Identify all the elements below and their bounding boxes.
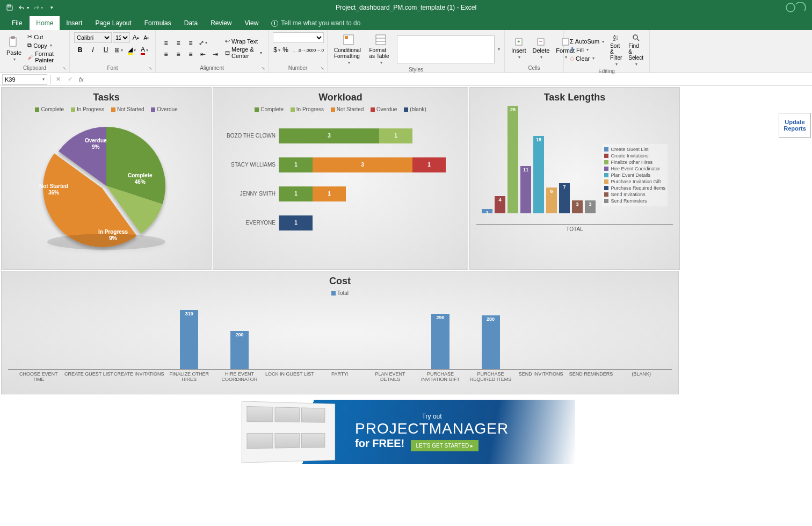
- banner-cta-button[interactable]: LET'S GET STARTED ▸: [411, 440, 479, 451]
- pie-chart: Complete46% In Progress9% Not Started36%…: [26, 116, 187, 256]
- font-size-select[interactable]: 12: [113, 32, 130, 43]
- format-painter-button[interactable]: 🖌Format Painter: [26, 50, 65, 64]
- align-top-button[interactable]: ≡: [160, 38, 172, 48]
- fill-button[interactable]: ⬇Fill▾: [568, 46, 606, 54]
- group-label: Font: [74, 64, 151, 71]
- enter-formula-icon[interactable]: ✓: [64, 74, 76, 85]
- promo-banner[interactable]: Try out PROJECTMANAGER for FREE! LET'S G…: [237, 400, 575, 464]
- scissors-icon: ✂: [27, 33, 32, 40]
- svg-rect-5: [376, 35, 386, 45]
- formula-input[interactable]: [87, 74, 812, 85]
- font-color-button[interactable]: A▾: [139, 45, 150, 55]
- conditional-formatting-button[interactable]: Conditional Formatting▾: [332, 32, 365, 66]
- eraser-icon: ◇: [570, 55, 574, 62]
- wrap-text-button[interactable]: ↩Wrap Text: [223, 37, 264, 45]
- tab-file[interactable]: File: [4, 16, 30, 30]
- tab-home[interactable]: Home: [30, 16, 60, 30]
- cut-button[interactable]: ✂Cut: [26, 33, 65, 41]
- launcher-icon[interactable]: ⤡: [63, 66, 68, 71]
- chart-title: Tasks: [8, 92, 205, 103]
- svg-rect-4: [345, 36, 348, 39]
- delete-cells-button[interactable]: −Delete▾: [531, 37, 552, 61]
- decrease-indent-button[interactable]: ⇤: [197, 49, 209, 60]
- increase-indent-button[interactable]: ⇥: [209, 49, 221, 60]
- number-format-select[interactable]: [273, 32, 324, 43]
- format-as-table-button[interactable]: Format as Table▾: [367, 32, 395, 66]
- cell-styles-gallery[interactable]: [397, 35, 495, 63]
- group-label: Cells: [509, 64, 559, 71]
- grow-font-button[interactable]: A▴: [131, 32, 140, 43]
- insert-cells-button[interactable]: +Insert▾: [509, 37, 528, 61]
- workload-panel: Workload Complete In Progress Not Starte…: [213, 87, 468, 270]
- launcher-icon[interactable]: ⤡: [321, 66, 326, 71]
- copy-button[interactable]: ⧉Copy▾: [26, 41, 65, 49]
- x-axis-label: TOTAL: [476, 226, 673, 232]
- dashboard-area: Update Reports Tasks Complete In Progres…: [0, 86, 812, 494]
- clear-button[interactable]: ◇Clear▾: [568, 54, 606, 62]
- tab-insert[interactable]: Insert: [60, 16, 89, 30]
- tell-me-search[interactable]: Tell me what you want to do: [265, 16, 367, 30]
- find-select-button[interactable]: Find & Select▾: [626, 32, 646, 68]
- align-bottom-button[interactable]: ≡: [185, 38, 197, 48]
- align-center-button[interactable]: ≡: [172, 49, 184, 60]
- banner-dashboard-mock: [242, 401, 335, 463]
- help-icon[interactable]: [785, 2, 807, 15]
- underline-button[interactable]: U: [100, 45, 112, 55]
- save-icon[interactable]: [4, 2, 15, 13]
- font-name-select[interactable]: Calibri: [74, 32, 112, 43]
- chart-legend: Create Guest ListCreate InvitationsFinal…: [602, 144, 668, 206]
- increase-decimal-button[interactable]: .0→.00: [299, 45, 310, 55]
- chart-legend: Complete In Progress Not Started Overdue: [8, 106, 205, 113]
- bold-button[interactable]: B: [74, 45, 86, 55]
- title-bar: ▾ ▾ ▾ Project_dashboard_PM.com_template …: [0, 0, 812, 15]
- fill-color-button[interactable]: ◢▾: [126, 45, 137, 55]
- group-label: Styles: [332, 66, 500, 73]
- undo-icon[interactable]: ▾: [18, 2, 29, 13]
- accounting-button[interactable]: $▾: [273, 45, 281, 55]
- group-label: Alignment: [160, 64, 264, 71]
- fx-icon[interactable]: fx: [76, 76, 87, 83]
- cost-chart: 310200290280: [8, 300, 672, 370]
- group-label: Editing: [568, 68, 645, 75]
- shrink-font-button[interactable]: A▾: [142, 32, 151, 43]
- launcher-icon[interactable]: ⤡: [149, 66, 154, 71]
- workload-chart: BOZO THE CLOWN31STACY WILLIAMS131JENNY S…: [220, 116, 461, 243]
- tab-page-layout[interactable]: Page Layout: [89, 16, 137, 30]
- gallery-expand-icon[interactable]: ▾: [498, 47, 500, 52]
- group-label: Clipboard: [4, 64, 65, 71]
- update-reports-button[interactable]: Update Reports: [779, 113, 811, 138]
- tab-view[interactable]: View: [238, 16, 265, 30]
- bucket-icon: ◢: [128, 46, 133, 55]
- svg-rect-2: [11, 37, 15, 39]
- orientation-button[interactable]: ⤢▾: [197, 38, 209, 48]
- lightbulb-icon: [271, 20, 278, 27]
- svg-text:Z: Z: [613, 38, 616, 41]
- percent-button[interactable]: %: [281, 45, 289, 55]
- autosum-button[interactable]: ΣAutoSum▾: [568, 38, 606, 45]
- redo-icon[interactable]: ▾: [32, 2, 43, 13]
- align-right-button[interactable]: ≡: [185, 49, 197, 60]
- comma-button[interactable]: ,: [290, 45, 298, 55]
- merge-center-button[interactable]: ⊟Merge & Center▾: [223, 46, 264, 60]
- copy-icon: ⧉: [27, 42, 32, 49]
- tab-review[interactable]: Review: [204, 16, 238, 30]
- tab-data[interactable]: Data: [178, 16, 204, 30]
- align-middle-button[interactable]: ≡: [172, 38, 184, 48]
- tab-formulas[interactable]: Formulas: [138, 16, 178, 30]
- sort-filter-button[interactable]: AZ Sort & Filter▾: [608, 32, 624, 68]
- cancel-formula-icon[interactable]: ✕: [52, 74, 64, 85]
- paste-button[interactable]: Paste▾: [4, 34, 24, 63]
- decrease-decimal-button[interactable]: .00→.0: [311, 45, 323, 55]
- svg-point-0: [786, 3, 795, 12]
- ribbon: Paste▾ ✂Cut ⧉Copy▾ 🖌Format Painter Clipb…: [0, 30, 812, 73]
- name-box[interactable]: K39▾: [2, 74, 47, 85]
- border-button[interactable]: ⊞▾: [113, 45, 125, 55]
- align-left-button[interactable]: ≡: [160, 49, 172, 60]
- formula-bar: K39▾ ✕ ✓ fx: [0, 73, 812, 86]
- ribbon-tabs: File Home Insert Page Layout Formulas Da…: [0, 15, 812, 30]
- italic-button[interactable]: I: [87, 45, 99, 55]
- launcher-icon[interactable]: ⤡: [262, 66, 267, 71]
- qat-customize-icon[interactable]: ▾: [46, 2, 57, 13]
- svg-line-16: [637, 39, 639, 41]
- window-title: Project_dashboard_PM.com_template (1) - …: [336, 4, 476, 11]
